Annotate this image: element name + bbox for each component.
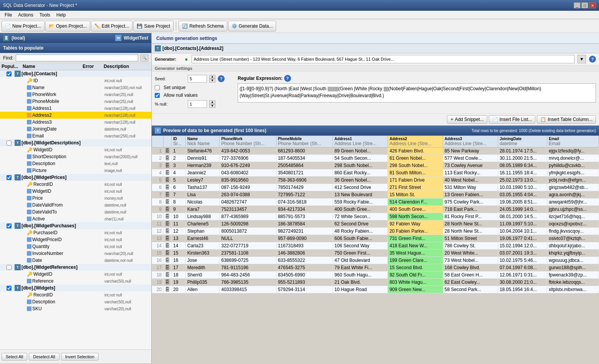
table-row[interactable]: 2🗄2Dennis91727-3376906187-540553454 Sout… [152,155,599,162]
table-widgetrefs-row[interactable]: T [dbo].[WidgetReferences] [0,264,151,271]
seed-down-button[interactable]: ▼ [209,79,215,83]
field-desc-row[interactable]: Description text,null [0,160,151,167]
table-row[interactable]: 9🗄9Kara77523113457934-4217334400 South G… [152,206,599,213]
minimize-button[interactable]: _ [574,2,581,8]
table-row[interactable]: 16🗄16Jose638699-0725633-855532247 Old Bo… [152,257,599,264]
refresh-schema-button[interactable]: 🔄 Refresh Schema [179,21,227,31]
generate-data-button[interactable]: ⚙️ Generate Data... [228,21,276,31]
set-unique-checkbox[interactable] [155,85,160,90]
allow-null-checkbox[interactable] [155,93,160,98]
insert-file-list-button[interactable]: 📄 Insert File List... [489,115,536,124]
field-phonemobile-row[interactable]: PhoneMobile nvarchar(25),null [0,98,151,105]
table-row[interactable]: 19🗄19Phillip035766-3985135955-521189321 … [152,279,599,286]
field-id-row[interactable]: 🔑 ID int,not null [0,77,151,84]
field-wr-widgetid-row[interactable]: 🔑 WidgetID int,not null [0,271,151,278]
field-wp-widgetid-row[interactable]: WidgetID int,not null [0,188,151,195]
new-project-label: New Project... [12,23,41,29]
seed-input[interactable] [188,75,207,83]
field-address1-row[interactable]: Address1 nvarchar(128),null [0,105,151,112]
table-widgetdesc-row[interactable]: T [dbo].[WidgetDescriptions] [0,139,151,146]
field-w-description-row[interactable]: Description varchar(50),null [0,298,151,305]
generator-dropdown-button[interactable]: ▼ [577,55,586,63]
new-project-button[interactable]: 📄 New Project... [2,21,45,31]
table-row[interactable]: 14🗄14Carla23322-07277191167318493106 Sec… [152,242,599,250]
save-project-button[interactable]: 💾 Save Project [133,21,174,31]
table-row[interactable]: 12🗄12Stephan8005013872982724923148 Rocky… [152,228,599,235]
field-w-recordid-row[interactable]: 🔑 RecordID int,not null [0,291,151,298]
table-contacts-row[interactable]: T [dbo].[Contacts] [0,70,151,77]
find-button[interactable]: 🔍 [141,55,148,61]
table-widgetpurchases-checkbox[interactable] [7,223,12,228]
table-row[interactable]: 18🗄18Sherri0964-483-2456834505-6990960 S… [152,271,599,279]
field-active-row[interactable]: Active char(1),null [0,215,151,222]
preview-table-container[interactable]: IDSr... NameNick Name PhoneWorkPhone Num… [152,136,599,363]
field-address3-row[interactable]: Address3 nvarchar(128),null [0,119,151,126]
table-row[interactable]: 13🗄13Earnest46NULL957-869-0090606 South … [152,235,599,242]
table-widgets-row[interactable]: T [dbo].[Widgets] [0,285,151,291]
maximize-button[interactable]: □ [581,2,588,8]
field-joiningdate-row[interactable]: JoiningDate datetime,null [0,126,151,132]
field-wp-recordid-row[interactable]: 🔑 RecordID int,not null [0,181,151,188]
field-shortdesc-row[interactable]: ShortDescription nvarchar(2000),null [0,153,151,160]
table-widgetprices-checkbox[interactable] [7,175,12,180]
table-widgetrefs-checkbox[interactable] [7,265,12,270]
table-row[interactable]: 4🗄4Jeannie2043-60804023540801721860 East… [152,169,599,177]
edit-project-button[interactable]: ✏️ Edit Project... [91,21,132,31]
field-invoicenumber-row[interactable]: InvoiceNumber nvarchar(20),null [0,250,151,257]
table-row[interactable]: 11🗄11Charlene5126-5009298186-387858462 S… [152,220,599,228]
insert-table-column-button[interactable]: 📋 Insert Table Column... [537,115,596,124]
menu-help[interactable]: Help [53,12,69,18]
field-reference-row[interactable]: Reference varchar(50),null [0,278,151,285]
table-widgets-checkbox[interactable] [7,286,12,291]
menu-tools[interactable]: Tools [36,12,53,18]
table-row[interactable]: 10🗄10Lindsay988877-4365989885791-557372 … [152,213,599,220]
percent-null-up-button[interactable]: ▲ [209,100,215,104]
seed-help-button[interactable]: ? [218,75,225,82]
gen-settings-right: Regular Expression: ? ([1-9][0-9]{0,9}?)… [238,75,596,110]
field-quantity-row[interactable]: Quantity int,not null [0,243,151,250]
table-widgetpurchases-row[interactable]: T [dbo].[WidgetPurchases] [0,222,151,229]
table-row[interactable]: 20🗄20Allen4033398415579294-311410 Hague … [152,286,599,293]
table-row[interactable]: 5🗄5Lesley7835-9919560758-363-690636 Gree… [152,177,599,184]
table-row[interactable]: 6🗄6Tasha137087-156-92497850174429412 Sec… [152,184,599,191]
table-row[interactable]: 8🗄8Nicolas0482672747074-316-5818559 Rock… [152,199,599,206]
table-row[interactable]: 15🗄15Kirsten363237581-1108146-3882806750… [152,250,599,257]
table-widgetdesc-checkbox[interactable] [7,141,12,146]
table-row[interactable]: 7🗄7Lisa263-974-0388727995-712213 New Bou… [152,191,599,199]
field-phonework-row[interactable]: PhoneWork nvarchar(25),null [0,91,151,98]
table-cell: 514 Clarendon F... [388,199,443,206]
invert-selection-button[interactable]: Invert Selection [61,353,99,361]
field-name-row[interactable]: Name nvarchar(100),not null [0,84,151,91]
add-snippet-button[interactable]: + Add Snippet... [447,115,487,124]
generator-help-button[interactable]: ? [589,56,596,63]
select-all-button[interactable]: Select All [2,353,27,361]
percent-null-input[interactable] [188,100,207,108]
table-row[interactable]: 1🗄1Stefanie476419-842-0053681293-860089 … [152,147,599,155]
field-wdesc-widgetid-row[interactable]: 🔑 WidgetID int,not null [0,146,151,153]
field-w-sku-row[interactable]: SKU varchar(20),null [0,305,151,312]
table-row[interactable]: 17🗄17Meredith781-9115196476545-327579 Ea… [152,264,599,271]
field-widgetpriceid-row[interactable]: WidgetPriceID int,not null [0,236,151,243]
find-input[interactable] [16,55,138,61]
table-cell: 62 East Cowley... [443,279,498,286]
field-address2-row[interactable]: Address2 nvarchar(128),null [0,112,151,119]
field-purchaseid-row[interactable]: 🔑 PurchaseID int,not null [0,229,151,236]
percent-null-down-button[interactable]: ▼ [209,104,215,108]
table-widgetprices-row[interactable]: T [dbo].[WidgetPrices] [0,174,151,181]
regex-help-button[interactable]: ? [284,75,291,82]
field-date-row[interactable]: Date datetime,not null [0,257,151,264]
field-datevalidfrom-row[interactable]: DateValidFrom datetime,null [0,202,151,208]
close-button[interactable]: ✕ [589,2,596,8]
deselect-all-button[interactable]: Deselect All [29,353,59,361]
field-price-row[interactable]: Price money,null [0,195,151,202]
field-email-row[interactable]: Email nvarchar(256),null [0,132,151,139]
table-contacts-checkbox[interactable] [7,71,12,76]
table-row[interactable]: 3🗄3Herman239910-676-22492505485864298 So… [152,162,599,169]
field-picture-row[interactable]: Picture image,null [0,167,151,174]
menu-file[interactable]: File [2,12,15,18]
regex-area[interactable]: ([1-9][0-9]{0,9}?) (North |East |West |S… [238,83,596,103]
seed-up-button[interactable]: ▲ [209,75,215,79]
menu-actions[interactable]: Actions [15,12,36,18]
field-datevalidto-row[interactable]: DateValidTo datetime,null [0,208,151,215]
open-project-button[interactable]: 📂 Open Project... [45,21,90,31]
